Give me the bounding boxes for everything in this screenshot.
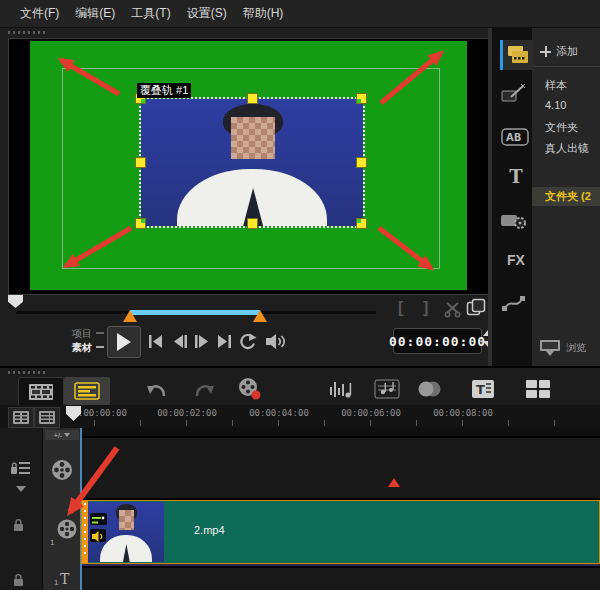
auto-music-icon[interactable] xyxy=(374,378,400,400)
resize-handle-top-right[interactable] xyxy=(356,93,367,104)
video-track-icon[interactable] xyxy=(50,458,74,482)
library-item-sample[interactable]: 样本 xyxy=(545,78,567,93)
menu-settings[interactable]: 设置(S) xyxy=(187,5,227,22)
resize-handle-bottom-right[interactable] xyxy=(356,218,367,229)
track-list-icon xyxy=(39,411,55,424)
track-header-column: +/- 1 T 1 xyxy=(42,428,82,590)
split-clip-icon[interactable] xyxy=(444,301,462,318)
trim-handle-end[interactable] xyxy=(253,310,267,322)
browse-button[interactable]: 浏览 xyxy=(540,338,600,358)
trim-range-bar[interactable] xyxy=(130,310,260,315)
trim-handle-start[interactable] xyxy=(123,310,137,322)
transition-icon[interactable]: AB xyxy=(501,128,531,146)
mark-out-button[interactable]: ] xyxy=(423,299,428,317)
timeline-toolbar: T xyxy=(0,366,600,407)
resize-handle-middle-left[interactable] xyxy=(135,157,146,168)
resize-handle-middle-right[interactable] xyxy=(356,157,367,168)
menu-tools[interactable]: 工具(T) xyxy=(131,5,170,22)
redo-icon[interactable] xyxy=(193,380,215,400)
resize-handle-top-center[interactable] xyxy=(247,93,258,104)
add-remove-track-button[interactable]: +/- xyxy=(45,430,79,440)
menu-file[interactable]: 文件(F) xyxy=(20,5,59,22)
ruler-tick-2s: 00:00:02:00 xyxy=(157,408,217,418)
record-capture-icon[interactable] xyxy=(237,377,263,401)
library-content-panel: 添加 样本 4.10 文件夹 真人出镜 文件夹 (2 xyxy=(532,28,600,368)
menu-bar: 文件(F) 编辑(E) 工具(T) 设置(S) 帮助(H) xyxy=(0,0,600,28)
timeline-tracks-area: +/- 1 T 1 xyxy=(0,428,600,590)
overlay-track-lock-icon[interactable] xyxy=(12,518,25,532)
enlarge-preview-icon[interactable] xyxy=(466,298,486,316)
graphics-icon[interactable] xyxy=(501,210,531,230)
timeline-view-button[interactable] xyxy=(64,377,110,405)
library-item-real-person[interactable]: 真人出镜 xyxy=(545,141,589,156)
library-item-label: 文件夹 (2 xyxy=(545,189,591,204)
timeline-playhead-marker[interactable] xyxy=(66,406,81,421)
timeline-clip-2mp4[interactable]: 2.mp4 xyxy=(81,500,600,564)
overlay-track-icon[interactable] xyxy=(56,518,78,540)
track-options-strip xyxy=(0,428,42,590)
next-frame-icon[interactable] xyxy=(192,333,212,351)
title-track-content[interactable] xyxy=(80,568,600,590)
resize-handle-bottom-left[interactable] xyxy=(135,218,146,229)
person-blurred-face xyxy=(231,117,275,159)
track-list-button[interactable] xyxy=(34,407,60,428)
timecode-display[interactable]: 00:00:00:00 xyxy=(393,328,482,354)
keyframe-badge xyxy=(90,513,107,525)
media-library-icon[interactable] xyxy=(505,44,531,66)
go-to-start-icon[interactable] xyxy=(146,333,166,351)
timeline-view-icon xyxy=(74,382,100,400)
overlay-video-person xyxy=(141,99,363,226)
timeline-ruler[interactable]: 00:00:00:00 00:00:02:00 00:00:04:00 00:0… xyxy=(0,405,600,428)
library-item-410[interactable]: 4.10 xyxy=(545,99,566,111)
library-item-folder[interactable]: 文件夹 xyxy=(545,120,578,135)
show-all-tracks-button[interactable] xyxy=(8,407,34,428)
resize-handle-bottom-center[interactable] xyxy=(247,218,258,229)
title-track-icon[interactable]: T xyxy=(60,571,69,587)
motion-path-icon[interactable] xyxy=(501,292,531,314)
panel-grip-dots xyxy=(8,371,46,374)
title-track-number: 1 xyxy=(54,578,58,587)
mode-project-label[interactable]: 项目 xyxy=(72,327,92,341)
play-button[interactable] xyxy=(107,326,141,358)
track-add-label: +/- xyxy=(54,432,62,439)
svg-text:AB: AB xyxy=(506,132,521,143)
mode-tick xyxy=(96,346,104,348)
repeat-icon[interactable] xyxy=(237,332,257,351)
previous-frame-icon[interactable] xyxy=(170,333,190,351)
preview-viewport: 覆叠轨 #1 xyxy=(8,38,490,295)
motion-blur-icon[interactable] xyxy=(416,380,444,399)
split-screen-template-icon[interactable] xyxy=(525,379,551,399)
clip-underline xyxy=(80,564,600,566)
overlay-clip-selection[interactable] xyxy=(139,97,365,228)
row-separator xyxy=(0,566,600,568)
title-track-lock-icon[interactable] xyxy=(12,573,25,587)
add-row[interactable]: 添加 xyxy=(532,38,600,67)
go-to-end-icon[interactable] xyxy=(214,333,234,351)
ruler-tick-8s: 00:00:08:00 xyxy=(433,408,493,418)
chevron-down-icon xyxy=(64,433,70,437)
audio-badge xyxy=(90,529,106,542)
title-category-icon[interactable]: T xyxy=(501,166,531,187)
browse-icon xyxy=(540,340,562,357)
track-manager-icon[interactable] xyxy=(10,460,31,477)
library-item-folder-2-selected[interactable]: 文件夹 (2 xyxy=(532,187,600,206)
menu-edit[interactable]: 编辑(E) xyxy=(75,5,115,22)
subtitle-editor-icon[interactable]: T xyxy=(471,379,495,399)
volume-icon[interactable] xyxy=(264,332,288,351)
sound-mixer-icon[interactable] xyxy=(328,379,354,400)
panel-grip-dots xyxy=(8,31,46,34)
storyboard-view-button[interactable] xyxy=(18,377,64,407)
ruler-tick-6s: 00:00:06:00 xyxy=(341,408,401,418)
overlay-track-number: 1 xyxy=(50,538,54,547)
video-track-content[interactable] xyxy=(80,438,600,498)
menu-help[interactable]: 帮助(H) xyxy=(243,5,284,22)
mode-clip-label[interactable]: 素材 xyxy=(72,341,92,355)
undo-icon[interactable] xyxy=(146,380,168,400)
instant-project-icon[interactable] xyxy=(501,84,531,104)
overlay-track-label: 覆叠轨 #1 xyxy=(137,83,191,98)
svg-text:T: T xyxy=(476,382,485,397)
filter-fx-icon[interactable]: FX xyxy=(501,252,531,268)
scrubber-playhead[interactable] xyxy=(8,295,23,308)
mark-in-button[interactable]: [ xyxy=(398,299,403,317)
collapse-tracks-icon[interactable] xyxy=(16,486,26,492)
